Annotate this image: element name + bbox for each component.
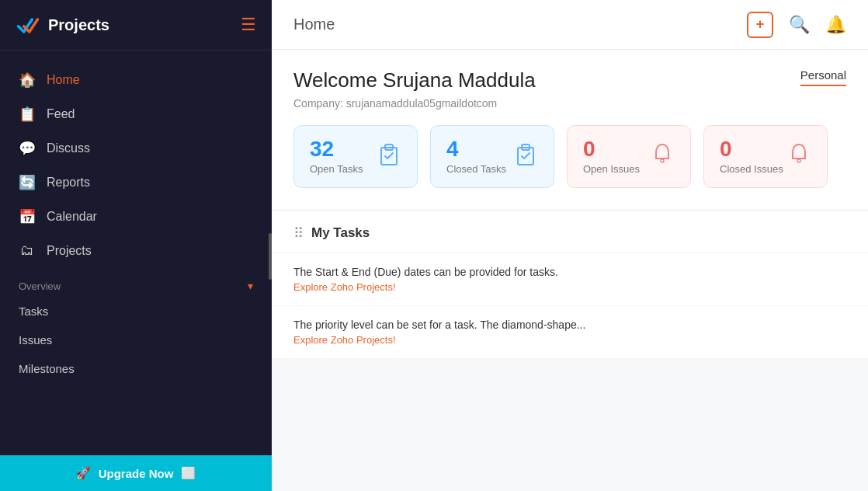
stats-row: 32 Open Tasks 4 Closed Tasks: [293, 125, 846, 188]
sidebar: Projects ☰ 🏠 Home 📋 Feed 💬 Discuss 🔄 Rep…: [0, 0, 272, 491]
sidebar-logo: Projects: [16, 12, 109, 37]
sidebar-item-discuss[interactable]: 💬 Discuss: [0, 131, 272, 165]
stat-label-open-issues: Open Issues: [583, 163, 640, 175]
stat-label-closed-tasks: Closed Tasks: [446, 163, 506, 175]
stat-card-closed-issues[interactable]: 0 Closed Issues: [703, 125, 828, 188]
sidebar-item-projects[interactable]: 🗂 Projects: [0, 234, 272, 267]
stat-number-open-issues: 0: [583, 138, 640, 160]
task-item-1[interactable]: The priority level can be set for a task…: [272, 306, 868, 359]
scrollbar-thumb[interactable]: [269, 233, 272, 280]
projects-icon: 🗂: [19, 242, 36, 259]
sidebar-section-overview: Overview ▾: [0, 267, 272, 297]
sidebar-item-calendar[interactable]: 📅 Calendar: [0, 200, 272, 234]
sidebar-item-reports[interactable]: 🔄 Reports: [0, 165, 272, 200]
topbar-actions: + 🔍 🔔: [747, 12, 846, 38]
topbar: Home + 🔍 🔔: [272, 0, 868, 50]
sidebar-nav: 🏠 Home 📋 Feed 💬 Discuss 🔄 Reports 📅 Cale…: [0, 50, 272, 455]
stat-number-closed-issues: 0: [720, 138, 783, 160]
sidebar-item-home[interactable]: 🏠 Home: [0, 63, 272, 97]
sidebar-title: Projects: [48, 16, 109, 34]
welcome-header: Welcome Srujana Maddula Personal: [293, 68, 846, 92]
welcome-title: Welcome Srujana Maddula: [293, 68, 536, 92]
svg-point-7: [797, 159, 800, 162]
task-item-0[interactable]: The Start & End (Due) dates can be provi…: [272, 253, 868, 306]
task-sub-text-0[interactable]: Explore Zoho Projects!: [293, 281, 846, 293]
task-main-text-1: The priority level can be set for a task…: [293, 319, 846, 331]
stat-left-open-issues: 0 Open Issues: [583, 138, 640, 175]
task-sub-text-1[interactable]: Explore Zoho Projects!: [293, 334, 846, 346]
logo-icon: [16, 12, 40, 37]
stat-card-closed-tasks[interactable]: 4 Closed Tasks: [430, 125, 554, 188]
task-main-text-0: The Start & End (Due) dates can be provi…: [293, 266, 846, 278]
stat-left-closed-issues: 0 Closed Issues: [720, 138, 783, 175]
add-button[interactable]: +: [747, 12, 773, 38]
stat-number-open-tasks: 32: [310, 138, 363, 160]
reports-icon: 🔄: [19, 174, 36, 191]
chevron-down-icon[interactable]: ▾: [248, 280, 253, 292]
sidebar-item-label-feed: Feed: [47, 107, 75, 121]
tasks-section: ⠿ My Tasks The Start & End (Due) dates c…: [272, 211, 868, 359]
feed-icon: 📋: [19, 106, 36, 123]
content-area: Welcome Srujana Maddula Personal Company…: [272, 50, 868, 491]
main-content: Home + 🔍 🔔 Welcome Srujana Maddula Perso…: [272, 0, 868, 491]
stat-card-open-tasks[interactable]: 32 Open Tasks: [293, 125, 418, 188]
bell-icon-open-issues: [650, 141, 675, 172]
rocket-icon: 🚀: [76, 466, 91, 480]
page-title: Home: [293, 16, 335, 33]
sidebar-sub-item-issues[interactable]: Issues: [0, 326, 272, 354]
sidebar-item-label-home: Home: [47, 73, 80, 87]
personal-tab[interactable]: Personal: [800, 68, 846, 86]
stat-label-open-tasks: Open Tasks: [310, 163, 363, 175]
sidebar-item-feed[interactable]: 📋 Feed: [0, 97, 272, 131]
tasks-header: ⠿ My Tasks: [272, 211, 868, 253]
stat-number-closed-tasks: 4: [446, 138, 506, 160]
drag-icon: ⠿: [293, 225, 304, 242]
sidebar-sub-item-tasks[interactable]: Tasks: [0, 297, 272, 326]
tasks-title: My Tasks: [311, 225, 370, 241]
sidebar-item-label-calendar: Calendar: [47, 210, 97, 224]
clipboard-icon-open-tasks: [377, 141, 401, 172]
discuss-icon: 💬: [19, 140, 36, 157]
upgrade-label: Upgrade Now: [99, 467, 174, 480]
hamburger-icon[interactable]: ☰: [241, 15, 256, 35]
search-icon[interactable]: 🔍: [789, 15, 810, 35]
sidebar-sub-item-milestones[interactable]: Milestones: [0, 354, 272, 383]
sidebar-header: Projects ☰: [0, 0, 272, 50]
stat-label-closed-issues: Closed Issues: [720, 163, 783, 175]
stat-left-open-tasks: 32 Open Tasks: [310, 138, 363, 175]
sidebar-item-label-discuss: Discuss: [47, 141, 90, 155]
clipboard-icon-closed-tasks: [513, 141, 538, 172]
company-text: Company: srujanamaddula05gmaildotcom: [293, 97, 846, 110]
welcome-section: Welcome Srujana Maddula Personal Company…: [272, 50, 868, 211]
calendar-icon: 📅: [19, 208, 36, 225]
sidebar-item-label-reports: Reports: [47, 176, 90, 190]
svg-point-5: [661, 159, 664, 162]
stat-left-closed-tasks: 4 Closed Tasks: [446, 138, 506, 175]
stat-card-open-issues[interactable]: 0 Open Issues: [567, 125, 691, 188]
home-icon: 🏠: [19, 71, 36, 89]
bell-icon-closed-issues: [786, 141, 811, 172]
upgrade-bar[interactable]: 🚀 Upgrade Now ⬜: [0, 455, 272, 491]
sidebar-item-label-projects: Projects: [47, 244, 92, 258]
bell-icon[interactable]: 🔔: [825, 15, 846, 35]
upgrade-icon: ⬜: [181, 466, 196, 480]
